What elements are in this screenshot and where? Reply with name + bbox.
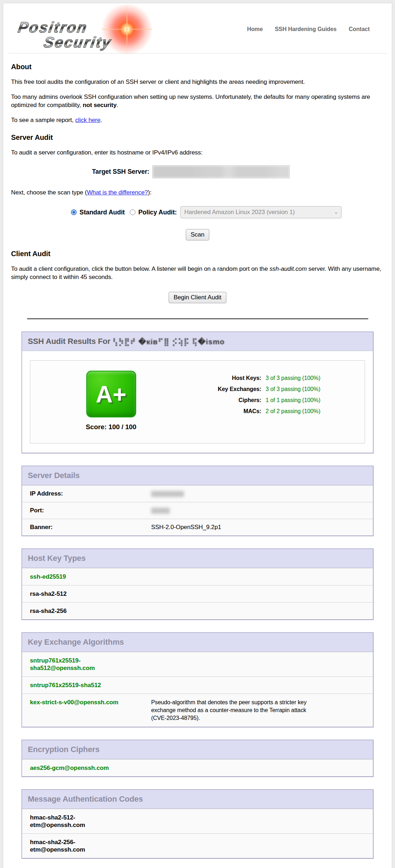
results-title-prefix: SSH Audit Results For bbox=[28, 337, 113, 346]
kex-note bbox=[151, 681, 322, 689]
host-key-name: ssh-ed25519 bbox=[30, 573, 151, 580]
ssh-audit-com-italic: ssh-audit.com bbox=[270, 265, 307, 272]
site-header: Positron Security Home SSH Hardening Gui… bbox=[8, 7, 387, 54]
begin-client-audit-wrap: Begin Client Audit bbox=[8, 292, 387, 303]
key-exchange-header: Key Exchange Algorithms bbox=[22, 633, 373, 652]
logo-text-line1: Positron bbox=[17, 19, 89, 36]
mac-row: hmac-sha2-512- etm@openssh.com bbox=[22, 809, 373, 833]
server-details-panel: Server Details IP Address: Port: Banner:… bbox=[21, 466, 374, 536]
macs-panel: Message Authentication Codes hmac-sha2-5… bbox=[21, 789, 374, 859]
cipher-name: aes256-gcm@openssh.com bbox=[30, 764, 151, 772]
main-content-box: Positron Security Home SSH Hardening Gui… bbox=[3, 3, 392, 868]
mac-name: hmac-sha2-512- etm@openssh.com bbox=[30, 814, 151, 829]
ciphers-stat-label: Ciphers: bbox=[185, 397, 261, 403]
scan-type-options-row: Standard Audit Policy Audit: Hardened Am… bbox=[71, 206, 387, 218]
positron-security-logo: Positron Security bbox=[8, 7, 165, 50]
scan-button[interactable]: Scan bbox=[186, 229, 210, 240]
scan-type-paragraph: Next, choose the scan type (What is the … bbox=[11, 189, 384, 196]
redacted-hostname: ⢣⡳⣟⠞ �ків⠋⣿ ⡪⢵⡯ ⢯�ismo bbox=[113, 337, 225, 346]
begin-client-audit-button[interactable]: Begin Client Audit bbox=[169, 292, 226, 303]
mac-row: hmac-sha2-256- etm@openssh.com bbox=[22, 833, 373, 858]
about-heading: About bbox=[11, 63, 384, 71]
results-panel-header: SSH Audit Results For ⢣⡳⣟⠞ �ків⠋⣿ ⡪⢵⡯ ⢯�… bbox=[22, 332, 373, 351]
target-server-label: Target SSH Server: bbox=[8, 168, 149, 176]
top-nav: Home SSH Hardening Guides Contact bbox=[247, 26, 387, 32]
mac-name: hmac-sha2-256- etm@openssh.com bbox=[30, 838, 151, 853]
host-keys-stat-label: Host Keys: bbox=[185, 375, 261, 381]
macs-stat-value: 2 of 2 passing (100%) bbox=[266, 408, 358, 415]
grade-column: A+ Score: 100 / 100 bbox=[37, 371, 185, 431]
host-keys-stat-value: 3 of 3 passing (100%) bbox=[266, 375, 358, 381]
host-key-row: rsa-sha2-512 bbox=[22, 585, 373, 602]
scan-type-text: Next, choose the scan type ( bbox=[11, 189, 87, 196]
scan-button-wrap: Scan bbox=[8, 229, 387, 240]
kex-row: kex-strict-s-v00@openssh.comPseudo-algor… bbox=[22, 694, 373, 727]
ip-address-row: IP Address: bbox=[22, 485, 373, 502]
about-paragraph-3: To see a sample report, click here. bbox=[11, 116, 384, 124]
kex-note bbox=[151, 657, 322, 672]
target-ssh-server-input[interactable] bbox=[152, 165, 290, 178]
redacted-ip-value bbox=[151, 491, 184, 497]
stats-column: Host Keys: 3 of 3 passing (100%) Key Exc… bbox=[185, 371, 358, 431]
policy-audit-radio[interactable] bbox=[130, 209, 135, 215]
redacted-input-content bbox=[153, 166, 289, 178]
kex-row: sntrup761x25519-sha512 bbox=[22, 676, 373, 694]
client-audit-heading: Client Audit bbox=[11, 250, 384, 258]
ip-address-value bbox=[151, 490, 367, 497]
banner-value: SSH-2.0-OpenSSH_9.2p1 bbox=[151, 524, 367, 531]
host-key-types-panel: Host Key Types ssh-ed25519 rsa-sha2-512 … bbox=[21, 548, 374, 620]
scan-type-text-end: ): bbox=[148, 189, 152, 196]
score-text: Score: 100 / 100 bbox=[86, 423, 137, 431]
policy-select[interactable]: Hardened Amazon Linux 2023 (version 1) ⌄ bbox=[180, 206, 342, 218]
key-exchanges-stat-label: Key Exchanges: bbox=[185, 386, 261, 392]
kex-name: sntrup761x25519-sha512 bbox=[30, 681, 151, 689]
sample-report-link[interactable]: click here bbox=[75, 117, 101, 123]
key-exchange-panel: Key Exchange Algorithms sntrup761x25519-… bbox=[21, 632, 374, 727]
host-key-row: rsa-sha2-256 bbox=[22, 602, 373, 619]
ip-address-label: IP Address: bbox=[30, 490, 151, 497]
kex-row: sntrup761x25519- sha512@openssh.com bbox=[22, 652, 373, 676]
redacted-port-value bbox=[151, 508, 170, 514]
encryption-ciphers-panel: Encryption Ciphers aes256-gcm@openssh.co… bbox=[21, 740, 374, 777]
standard-audit-radio[interactable] bbox=[71, 209, 77, 215]
stats-grid: Host Keys: 3 of 3 passing (100%) Key Exc… bbox=[185, 375, 358, 415]
nav-ssh-hardening-guides[interactable]: SSH Hardening Guides bbox=[275, 26, 337, 32]
what-is-difference-link[interactable]: What is the difference? bbox=[87, 189, 148, 196]
about-p2-period: . bbox=[117, 102, 118, 108]
host-key-name: rsa-sha2-512 bbox=[30, 590, 151, 598]
ssh-audit-results-panel: SSH Audit Results For ⢣⡳⣟⠞ �ків⠋⣿ ⡪⢵⡯ ⢯�… bbox=[21, 331, 374, 453]
standard-audit-label: Standard Audit bbox=[79, 209, 125, 216]
host-key-types-header: Host Key Types bbox=[22, 549, 373, 568]
chevron-down-icon: ⌄ bbox=[334, 207, 338, 218]
banner-label: Banner: bbox=[30, 524, 151, 531]
client-audit-text: To audit a client configuration, click t… bbox=[11, 265, 270, 272]
target-server-row: Target SSH Server: bbox=[8, 165, 387, 178]
key-exchanges-stat-value: 3 of 3 passing (100%) bbox=[266, 386, 358, 392]
about-paragraph-2: Too many admins overlook SSH configurati… bbox=[11, 93, 384, 109]
server-audit-heading: Server Audit bbox=[11, 133, 384, 142]
grade-badge: A+ bbox=[86, 371, 136, 417]
kex-note: Pseudo-algorithm that denotes the peer s… bbox=[151, 699, 322, 722]
results-inner-box: A+ Score: 100 / 100 Host Keys: 3 of 3 pa… bbox=[30, 360, 365, 443]
results-panel-body: A+ Score: 100 / 100 Host Keys: 3 of 3 pa… bbox=[22, 351, 373, 453]
sample-report-text: To see a sample report, bbox=[11, 117, 75, 123]
macs-header: Message Authentication Codes bbox=[22, 790, 373, 809]
nav-contact[interactable]: Contact bbox=[349, 26, 370, 32]
server-details-header: Server Details bbox=[22, 466, 373, 485]
grade-letter: A+ bbox=[96, 382, 127, 406]
host-key-name: rsa-sha2-256 bbox=[30, 607, 151, 615]
ciphers-stat-value: 1 of 1 passing (100%) bbox=[266, 397, 358, 403]
kex-name: sntrup761x25519- sha512@openssh.com bbox=[30, 657, 151, 672]
not-security-emphasis: not security bbox=[83, 102, 117, 108]
logo-text-line2: Security bbox=[42, 34, 113, 51]
port-value bbox=[151, 507, 367, 514]
section-divider bbox=[27, 318, 368, 319]
cipher-row: aes256-gcm@openssh.com bbox=[22, 759, 373, 776]
nav-home[interactable]: Home bbox=[247, 26, 263, 32]
macs-stat-label: MACs: bbox=[185, 408, 261, 415]
port-row: Port: bbox=[22, 502, 373, 519]
sample-report-period: . bbox=[101, 117, 102, 123]
policy-select-value: Hardened Amazon Linux 2023 (version 1) bbox=[184, 209, 295, 215]
kex-name: kex-strict-s-v00@openssh.com bbox=[30, 699, 151, 722]
banner-row: Banner: SSH-2.0-OpenSSH_9.2p1 bbox=[22, 519, 373, 535]
